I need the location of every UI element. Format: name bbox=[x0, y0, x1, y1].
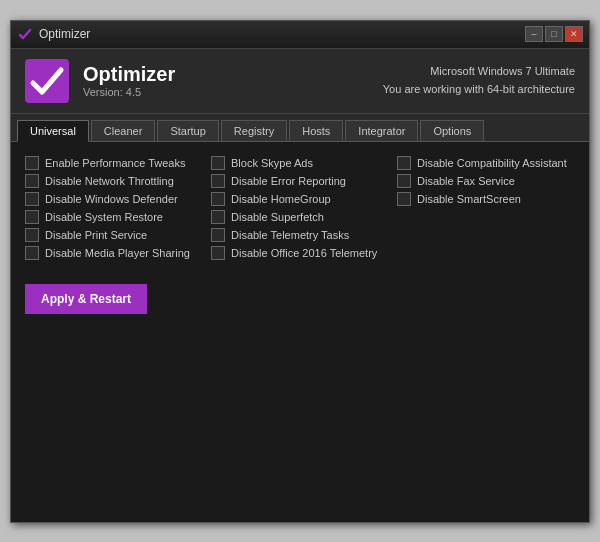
option-label: Disable SmartScreen bbox=[417, 193, 521, 205]
option-checkbox[interactable] bbox=[25, 246, 39, 260]
tab-startup[interactable]: Startup bbox=[157, 120, 218, 141]
option-item[interactable]: Disable System Restore bbox=[25, 210, 203, 224]
apply-restart-button[interactable]: Apply & Restart bbox=[25, 284, 147, 314]
main-content: Enable Performance TweaksBlock Skype Ads… bbox=[11, 142, 589, 522]
option-checkbox[interactable] bbox=[211, 210, 225, 224]
option-item[interactable]: Disable SmartScreen bbox=[397, 192, 575, 206]
option-checkbox[interactable] bbox=[211, 174, 225, 188]
option-item[interactable]: Disable Network Throttling bbox=[25, 174, 203, 188]
system-info: Microsoft Windows 7 Ultimate You are wor… bbox=[383, 63, 575, 98]
option-checkbox[interactable] bbox=[25, 228, 39, 242]
option-checkbox[interactable] bbox=[25, 174, 39, 188]
arch-info: You are working with 64-bit architecture bbox=[383, 81, 575, 99]
close-button[interactable]: ✕ bbox=[565, 26, 583, 42]
tab-cleaner[interactable]: Cleaner bbox=[91, 120, 156, 141]
app-name: Optimizer bbox=[83, 63, 175, 86]
option-checkbox[interactable] bbox=[25, 210, 39, 224]
tab-hosts[interactable]: Hosts bbox=[289, 120, 343, 141]
option-item[interactable]: Disable Telemetry Tasks bbox=[211, 228, 389, 242]
option-label: Disable Network Throttling bbox=[45, 175, 174, 187]
option-label: Disable Superfetch bbox=[231, 211, 324, 223]
option-label: Disable Compatibility Assistant bbox=[417, 157, 567, 169]
tab-bar: Universal Cleaner Startup Registry Hosts… bbox=[11, 114, 589, 142]
option-label: Disable Print Service bbox=[45, 229, 147, 241]
option-item[interactable] bbox=[397, 246, 575, 260]
option-item[interactable] bbox=[397, 228, 575, 242]
minimize-button[interactable]: – bbox=[525, 26, 543, 42]
option-checkbox[interactable] bbox=[211, 246, 225, 260]
option-item[interactable]: Disable Compatibility Assistant bbox=[397, 156, 575, 170]
option-checkbox[interactable] bbox=[397, 192, 411, 206]
option-label: Disable System Restore bbox=[45, 211, 163, 223]
option-checkbox[interactable] bbox=[211, 156, 225, 170]
tab-registry[interactable]: Registry bbox=[221, 120, 287, 141]
option-item[interactable]: Enable Performance Tweaks bbox=[25, 156, 203, 170]
option-label: Disable Telemetry Tasks bbox=[231, 229, 349, 241]
option-checkbox[interactable] bbox=[397, 156, 411, 170]
option-label: Disable Windows Defender bbox=[45, 193, 178, 205]
app-version: Version: 4.5 bbox=[83, 86, 175, 98]
option-item[interactable]: Disable Windows Defender bbox=[25, 192, 203, 206]
option-item[interactable]: Disable Superfetch bbox=[211, 210, 389, 224]
option-label: Disable Fax Service bbox=[417, 175, 515, 187]
app-name-block: Optimizer Version: 4.5 bbox=[83, 63, 175, 98]
option-checkbox[interactable] bbox=[211, 228, 225, 242]
tab-universal[interactable]: Universal bbox=[17, 120, 89, 142]
titlebar-left: Optimizer bbox=[17, 26, 90, 42]
option-label: Disable Media Player Sharing bbox=[45, 247, 190, 259]
option-checkbox[interactable] bbox=[25, 192, 39, 206]
options-grid: Enable Performance TweaksBlock Skype Ads… bbox=[25, 156, 575, 260]
option-item[interactable]: Disable Media Player Sharing bbox=[25, 246, 203, 260]
option-label: Enable Performance Tweaks bbox=[45, 157, 185, 169]
option-label: Disable Office 2016 Telemetry bbox=[231, 247, 377, 259]
option-item[interactable]: Disable HomeGroup bbox=[211, 192, 389, 206]
os-info: Microsoft Windows 7 Ultimate bbox=[383, 63, 575, 81]
titlebar-title: Optimizer bbox=[39, 27, 90, 41]
option-item[interactable]: Disable Fax Service bbox=[397, 174, 575, 188]
app-header: Optimizer Version: 4.5 Microsoft Windows… bbox=[11, 49, 589, 114]
option-checkbox[interactable] bbox=[397, 174, 411, 188]
option-checkbox[interactable] bbox=[211, 192, 225, 206]
option-item[interactable]: Disable Error Reporting bbox=[211, 174, 389, 188]
option-item[interactable]: Disable Print Service bbox=[25, 228, 203, 242]
option-label: Disable HomeGroup bbox=[231, 193, 331, 205]
tab-integrator[interactable]: Integrator bbox=[345, 120, 418, 141]
titlebar: Optimizer – □ ✕ bbox=[11, 21, 589, 49]
titlebar-controls: – □ ✕ bbox=[525, 26, 583, 42]
main-window: Optimizer – □ ✕ Optimizer Version: 4.5 M… bbox=[10, 20, 590, 523]
option-item[interactable]: Disable Office 2016 Telemetry bbox=[211, 246, 389, 260]
option-label: Disable Error Reporting bbox=[231, 175, 346, 187]
tab-options[interactable]: Options bbox=[420, 120, 484, 141]
option-label: Block Skype Ads bbox=[231, 157, 313, 169]
app-title-icon bbox=[17, 26, 33, 42]
maximize-button[interactable]: □ bbox=[545, 26, 563, 42]
option-item[interactable] bbox=[397, 210, 575, 224]
option-checkbox[interactable] bbox=[25, 156, 39, 170]
option-item[interactable]: Block Skype Ads bbox=[211, 156, 389, 170]
app-logo bbox=[25, 59, 69, 103]
